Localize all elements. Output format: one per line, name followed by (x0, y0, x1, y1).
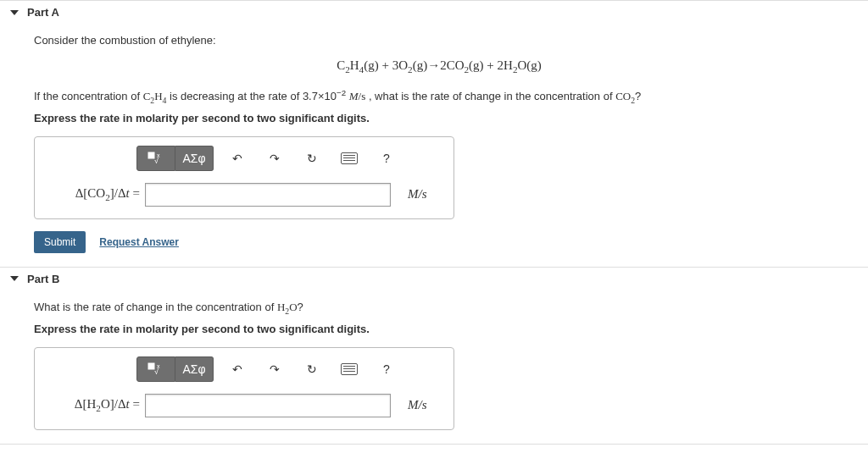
chevron-down-icon (10, 10, 19, 15)
greek-button[interactable]: ΑΣφ (175, 356, 214, 382)
part-a-body: Consider the combustion of ethylene: C2H… (0, 24, 868, 267)
answer-input-b[interactable] (145, 394, 391, 417)
unit-b: M/s (408, 398, 427, 412)
question-text-b: What is the rate of change in the concen… (34, 301, 844, 316)
svg-text:√: √ (154, 157, 159, 165)
unit-a: M/s (408, 187, 427, 202)
chevron-down-icon (10, 276, 19, 281)
help-icon[interactable]: ? (368, 357, 405, 381)
intro-text: Consider the combustion of ethylene: (34, 34, 844, 47)
toolbar-b: x√ ΑΣφ ↶ ↷ ↻ ? (136, 356, 443, 382)
toolbar-a: x√ ΑΣφ ↶ ↷ ↻ ? (136, 146, 443, 171)
instruction-b: Express the rate in molarity per second … (34, 323, 844, 335)
answer-label-b: Δ[H2O]/Δt = (45, 397, 145, 413)
reaction-equation: C2H4(g) + 3O2(g)→2CO2(g) + 2H2O(g) (34, 58, 844, 75)
answer-row-b: Δ[H2O]/Δt = M/s (45, 394, 443, 417)
greek-button[interactable]: ΑΣφ (175, 146, 214, 171)
answer-box-a: x√ ΑΣφ ↶ ↷ ↻ ? Δ[CO2]/Δt = M/s (34, 136, 454, 219)
request-answer-link[interactable]: Request Answer (99, 236, 179, 248)
help-icon[interactable]: ? (368, 146, 405, 170)
keyboard-icon[interactable] (331, 357, 368, 381)
part-b-title: Part B (27, 273, 59, 285)
instruction-a: Express the rate in molarity per second … (34, 112, 844, 124)
answer-label-a: Δ[CO2]/Δt = (45, 186, 145, 202)
keyboard-icon[interactable] (331, 146, 368, 170)
answer-row-a: Δ[CO2]/Δt = M/s (45, 183, 443, 207)
templates-button[interactable]: x√ (136, 146, 175, 171)
svg-rect-3 (148, 363, 154, 369)
reset-icon[interactable]: ↻ (293, 146, 331, 170)
part-a-block: Part A Consider the combustion of ethyle… (0, 0, 868, 268)
actions-a: Submit Request Answer (34, 231, 844, 253)
templates-button[interactable]: x√ (136, 356, 175, 382)
part-a-title: Part A (27, 6, 59, 19)
part-a-header[interactable]: Part A (0, 1, 868, 24)
part-b-header[interactable]: Part B (0, 268, 868, 290)
question-text-a: If the concentration of C2H4 is decreasi… (34, 88, 844, 105)
undo-icon[interactable]: ↶ (219, 146, 256, 170)
part-b-block: Part B What is the rate of change in the… (0, 268, 868, 445)
redo-icon[interactable]: ↷ (256, 357, 293, 381)
svg-rect-0 (148, 152, 154, 158)
answer-box-b: x√ ΑΣφ ↶ ↷ ↻ ? Δ[H2O]/Δt = M/s (34, 347, 454, 430)
svg-text:√: √ (154, 367, 159, 376)
reset-icon[interactable]: ↻ (293, 357, 331, 381)
undo-icon[interactable]: ↶ (219, 357, 256, 381)
part-b-body: What is the rate of change in the concen… (0, 290, 868, 444)
submit-button[interactable]: Submit (34, 231, 86, 253)
redo-icon[interactable]: ↷ (256, 146, 293, 170)
answer-input-a[interactable] (145, 183, 391, 207)
